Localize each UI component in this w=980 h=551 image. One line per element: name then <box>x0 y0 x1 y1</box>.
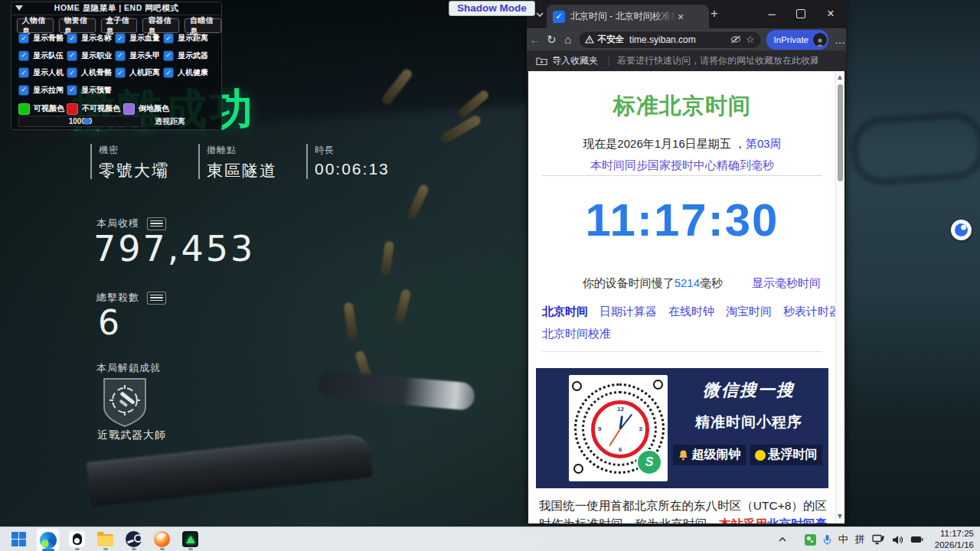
running-indicator <box>188 548 193 550</box>
nav-link-taobao-time[interactable]: 淘宝时间 <box>726 305 772 319</box>
nav-link-beijing-time[interactable]: 北京时间 <box>542 305 588 319</box>
taskbar-edge-button[interactable] <box>36 528 60 551</box>
hud-evac-point: 撤離點 東區隧道 <box>198 144 277 179</box>
invisible-color-setting[interactable]: 不可视颜色 <box>67 103 123 115</box>
checkbox-show-bones[interactable]: ✓显示骨骼 <box>18 30 67 47</box>
nav-link-time-calibration[interactable]: 北京时间校准 <box>542 327 611 340</box>
new-tab-button[interactable]: + <box>710 6 718 21</box>
checkbox-checked-icon[interactable]: ✓ <box>67 33 77 44</box>
checkbox-show-class[interactable]: ✓显示职业 <box>67 47 115 65</box>
checkbox-show-team[interactable]: ✓显示队伍 <box>18 47 67 65</box>
checkbox-show-bots[interactable]: ✓显示人机 <box>18 64 67 82</box>
downed-color-swatch[interactable] <box>123 103 135 115</box>
nav-link-date-calculator[interactable]: 日期计算器 <box>599 305 657 319</box>
window-maximize-button[interactable] <box>788 0 814 28</box>
esp-distance-slider[interactable]: 1000.0 <box>18 116 142 127</box>
taskbar-qq-button[interactable] <box>66 528 88 550</box>
checkbox-checked-icon[interactable]: ✓ <box>18 85 29 96</box>
url-text[interactable]: time.syiban.com <box>629 34 730 45</box>
checkbox-show-health[interactable]: ✓显示血量 <box>115 30 163 47</box>
ime-mode-indicator[interactable]: 拼 <box>855 533 865 546</box>
security-label[interactable]: 不安全 <box>598 34 625 45</box>
taskbar-steam-button[interactable] <box>122 528 145 550</box>
page-scrollbar[interactable] <box>835 71 844 523</box>
microphone-icon[interactable] <box>823 534 831 546</box>
window-minimize-button[interactable]: ─ <box>759 0 785 28</box>
show-milliseconds-link[interactable]: 显示毫秒时间 <box>752 276 821 291</box>
home-button[interactable]: ⌂ <box>560 33 577 46</box>
checkbox-checked-icon[interactable]: ✓ <box>67 51 77 61</box>
wechat-miniprogram-banner[interactable]: 12 3 6 9 S 微信搜一搜 精准时间小程序 超级闹钟 <box>536 368 828 488</box>
tracking-prevention-eye-icon[interactable] <box>730 35 741 44</box>
checkbox-checked-icon[interactable]: ✓ <box>18 51 29 61</box>
import-favorites-label[interactable]: 导入收藏夹 <box>552 54 598 67</box>
battery-icon[interactable] <box>910 536 923 543</box>
taskbar-clock[interactable]: 11:17:25 2026/1/16 <box>935 528 974 551</box>
checkbox-checked-icon[interactable]: ✓ <box>163 67 174 78</box>
checkbox-show-weapon[interactable]: ✓显示武器 <box>163 47 211 65</box>
tray-app-icon[interactable] <box>805 534 816 546</box>
address-bar[interactable]: 不安全 time.syiban.com ☆ <box>578 31 762 49</box>
speaker-icon[interactable] <box>892 535 903 545</box>
nav-link-stopwatch[interactable]: 秒表计时器 <box>783 305 836 319</box>
favorite-star-icon[interactable]: ☆ <box>746 34 755 45</box>
display-pen-icon[interactable] <box>872 534 885 545</box>
start-button[interactable] <box>8 528 30 550</box>
week-number-link[interactable]: 第03周 <box>746 137 782 150</box>
color-label: 倒地颜色 <box>139 103 169 114</box>
downed-color-setting[interactable]: 倒地颜色 <box>123 103 169 115</box>
checkbox-bot-distance[interactable]: ✓人机距离 <box>115 64 163 82</box>
scroll-down-arrow[interactable] <box>838 514 842 519</box>
hidden-icons-chevron[interactable] <box>778 536 787 543</box>
invisible-color-swatch[interactable] <box>67 103 78 115</box>
hud-value: 00:06:13 <box>315 160 390 178</box>
insecure-warning-icon <box>585 35 594 44</box>
profile-avatar[interactable] <box>813 33 827 47</box>
checkbox-checked-icon[interactable]: ✓ <box>115 51 126 61</box>
sync-info-link[interactable]: 本时间同步国家授时中心精确到毫秒 <box>528 158 836 173</box>
checkbox-checked-icon[interactable]: ✓ <box>115 33 126 44</box>
scroll-up-arrow[interactable] <box>838 75 842 80</box>
ime-language-indicator[interactable]: 中 <box>838 533 848 546</box>
browser-tab[interactable]: ✓ 北京时间 - 北京时间校准精确到毫秒 × <box>547 5 709 28</box>
tab-search-chevron-icon[interactable] <box>534 9 545 20</box>
scrollbar-thumb[interactable] <box>838 84 843 181</box>
visible-color-swatch[interactable] <box>18 103 30 115</box>
running-indicator <box>160 548 165 550</box>
checkbox-checked-icon[interactable]: ✓ <box>115 67 126 78</box>
checkbox-checked-icon[interactable]: ✓ <box>67 85 77 96</box>
taskbar-file-explorer-button[interactable] <box>94 528 116 550</box>
checkbox-show-distance[interactable]: ✓显示距离 <box>163 30 211 47</box>
checkbox-checked-icon[interactable]: ✓ <box>163 33 174 44</box>
refresh-button[interactable]: ↻ <box>544 33 560 47</box>
checkbox-bot-bones[interactable]: ✓人机骨骼 <box>67 64 115 82</box>
window-close-button[interactable]: × <box>817 0 844 28</box>
checkbox-checked-icon[interactable]: ✓ <box>18 33 29 44</box>
browser-menu-button[interactable]: … <box>835 34 846 46</box>
checkbox-show-armor[interactable]: ✓显示头甲 <box>115 47 163 65</box>
checkbox-show-switch[interactable]: ✓显示拉闸 <box>18 82 67 99</box>
checkbox-checked-icon[interactable]: ✓ <box>18 67 29 78</box>
floating-assistant-button[interactable] <box>951 220 972 240</box>
checkbox-label: 显示拉闸 <box>33 85 64 96</box>
list-icon[interactable] <box>147 292 166 305</box>
visible-color-setting[interactable]: 可视颜色 <box>18 103 67 115</box>
tab-close-icon[interactable]: × <box>678 11 684 22</box>
import-favorites-icon[interactable] <box>536 56 547 66</box>
checkbox-bot-health[interactable]: ✓人机健康 <box>163 64 211 82</box>
utc-description-paragraph: 我国统一使用首都北京所在的东八时区（UTC+8）的区时作为标准时间，称为北京时间… <box>539 497 827 523</box>
checkbox-checked-icon[interactable]: ✓ <box>163 51 174 61</box>
back-button[interactable]: ← <box>527 33 544 46</box>
nav-link-online-clock[interactable]: 在线时钟 <box>668 305 714 319</box>
collapse-triangle-icon[interactable] <box>15 5 23 11</box>
checkbox-show-warning[interactable]: ✓显示预警 <box>67 82 115 99</box>
shadow-mode-tooltip: Shadow Mode <box>449 1 535 16</box>
taskbar-launcher-button[interactable] <box>151 528 173 550</box>
checkbox-show-name[interactable]: ✓显示名称 <box>67 30 115 47</box>
bell-icon <box>678 449 689 461</box>
slider-thumb[interactable] <box>83 118 90 125</box>
taskbar-game-tool-button[interactable] <box>179 528 201 550</box>
checkbox-checked-icon[interactable]: ✓ <box>67 67 77 78</box>
inprivate-badge[interactable]: InPrivate <box>766 30 828 50</box>
device-offset-line: 你的设备时间慢了5214毫秒 显示毫秒时间 <box>528 276 821 291</box>
